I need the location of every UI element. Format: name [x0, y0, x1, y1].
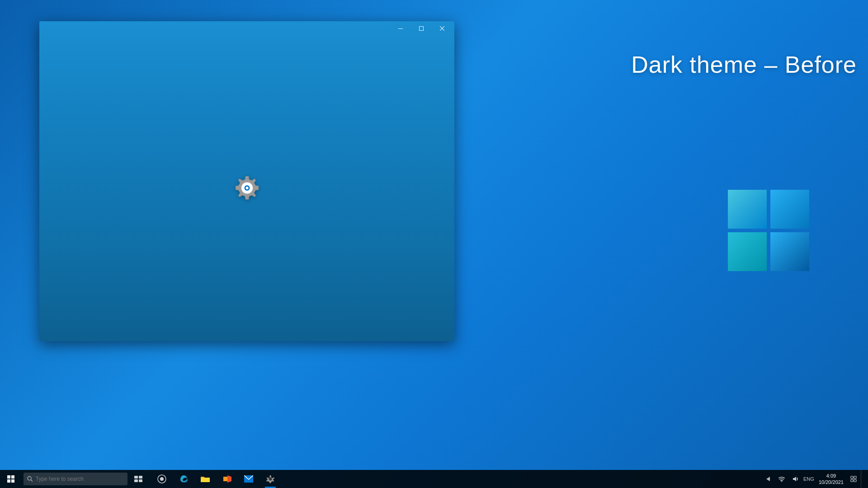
settings-taskbar-icon — [266, 475, 274, 483]
taskbar-search[interactable] — [24, 473, 127, 485]
svg-rect-8 — [7, 475, 10, 479]
theme-label: Dark theme – Before — [631, 51, 857, 78]
svg-rect-9 — [11, 475, 14, 479]
clock-time: 4:09 — [826, 473, 836, 479]
taskbar: ENG 4:09 10/20/2021 — [0, 470, 868, 488]
svg-line-13 — [31, 480, 33, 482]
svg-point-25 — [781, 481, 782, 482]
office-icon — [222, 474, 231, 483]
language-icon[interactable]: ENG — [802, 470, 815, 488]
svg-rect-10 — [7, 479, 10, 483]
win-pane-2 — [770, 190, 809, 229]
svg-rect-1 — [420, 27, 424, 31]
start-button[interactable] — [0, 470, 22, 488]
explorer-icon — [201, 475, 210, 483]
taskbar-clock[interactable]: 4:09 10/20/2021 — [816, 470, 846, 488]
minimize-button[interactable] — [390, 21, 411, 36]
mail-icon — [244, 475, 253, 483]
settings-gear-icon — [232, 174, 262, 203]
clock-date: 10/20/2021 — [819, 479, 844, 485]
svg-rect-14 — [134, 476, 138, 479]
svg-rect-26 — [851, 476, 853, 479]
taskbar-app-settings[interactable] — [259, 470, 281, 488]
title-bar — [39, 21, 454, 36]
search-input[interactable] — [36, 476, 124, 482]
taskbar-app-explorer[interactable] — [194, 470, 216, 488]
svg-point-19 — [160, 477, 164, 481]
svg-rect-28 — [851, 479, 853, 482]
win-pane-1 — [728, 190, 767, 229]
maximize-button[interactable] — [411, 21, 432, 36]
cortana-icon — [157, 474, 166, 483]
svg-rect-11 — [11, 479, 14, 483]
taskbar-app-edge[interactable] — [173, 470, 194, 488]
svg-rect-22 — [223, 477, 227, 481]
window-content — [39, 36, 454, 341]
settings-window — [39, 21, 454, 341]
desktop: Dark theme – Before — [0, 0, 868, 488]
taskbar-app-cortana[interactable] — [151, 470, 173, 488]
svg-rect-16 — [134, 479, 138, 482]
taskbar-app-office[interactable] — [216, 470, 238, 488]
taskbar-system-tray: ENG 4:09 10/20/2021 — [762, 470, 868, 488]
edge-icon — [179, 474, 188, 483]
action-center-icon[interactable] — [847, 470, 860, 488]
close-button[interactable] — [432, 21, 453, 36]
svg-point-7 — [245, 187, 248, 189]
svg-rect-15 — [139, 476, 142, 479]
taskbar-app-mail[interactable] — [238, 470, 259, 488]
svg-rect-17 — [139, 479, 142, 482]
win-pane-4 — [770, 232, 809, 271]
task-view-icon — [134, 476, 142, 482]
svg-rect-20 — [201, 478, 210, 482]
window-controls — [390, 21, 453, 36]
win-pane-3 — [728, 232, 767, 271]
svg-rect-0 — [398, 28, 403, 29]
search-icon — [27, 476, 33, 482]
system-tray-chevron[interactable] — [762, 470, 774, 488]
taskbar-app-taskview[interactable] — [127, 470, 149, 488]
show-desktop-button[interactable] — [861, 470, 864, 488]
taskbar-apps — [151, 470, 281, 488]
network-icon[interactable] — [775, 470, 788, 488]
volume-icon[interactable] — [789, 470, 802, 488]
svg-point-24 — [269, 478, 272, 481]
svg-rect-29 — [854, 479, 856, 482]
windows-logo — [728, 190, 809, 271]
svg-point-12 — [28, 477, 31, 480]
svg-rect-27 — [854, 476, 856, 479]
